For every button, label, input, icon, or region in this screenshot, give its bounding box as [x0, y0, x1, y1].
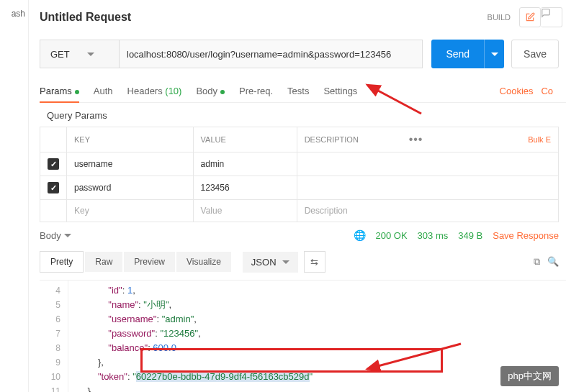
more-icon[interactable]: •••: [409, 133, 423, 146]
response-body-label[interactable]: Body: [40, 230, 61, 241]
checkbox-icon[interactable]: [48, 182, 59, 193]
left-sidebar: ash: [0, 0, 29, 392]
tab-headers[interactable]: Headers (10): [127, 80, 182, 102]
table-row[interactable]: password 123456: [40, 176, 559, 200]
edit-icon[interactable]: [519, 7, 541, 27]
save-button[interactable]: Save: [511, 40, 559, 68]
save-response[interactable]: Save Response: [493, 230, 559, 241]
bulk-edit[interactable]: Bulk E: [528, 135, 551, 144]
params-table: KEY VALUE DESCRIPTION••• Bulk E username…: [40, 127, 559, 222]
table-row[interactable]: username admin: [40, 152, 559, 176]
comment-icon[interactable]: [541, 7, 562, 27]
format-select[interactable]: JSON: [243, 252, 298, 273]
globe-icon[interactable]: 🌐: [354, 229, 366, 241]
send-button[interactable]: Send: [431, 40, 484, 68]
view-preview[interactable]: Preview: [124, 252, 175, 272]
view-raw[interactable]: Raw: [85, 252, 122, 272]
query-params-label: Query Params: [40, 103, 566, 127]
copy-icon[interactable]: ⧉: [534, 256, 540, 268]
request-title: Untitled Request: [40, 11, 488, 24]
table-row-empty[interactable]: Key Value Description: [40, 200, 559, 222]
checkbox-icon[interactable]: [48, 158, 59, 170]
response-time: 303 ms: [418, 230, 449, 241]
status-code: 200 OK: [376, 230, 408, 241]
search-icon[interactable]: 🔍: [547, 256, 559, 268]
tab-params[interactable]: Params: [40, 80, 79, 102]
tab-auth[interactable]: Auth: [94, 80, 113, 102]
table-header: KEY VALUE DESCRIPTION••• Bulk E: [40, 127, 559, 152]
left-tab[interactable]: ash: [12, 9, 25, 19]
watermark: php中文网: [500, 366, 559, 386]
send-dropdown[interactable]: [484, 40, 504, 68]
tab-settings[interactable]: Settings: [323, 80, 357, 102]
build-label[interactable]: BUILD: [488, 13, 511, 22]
view-pretty[interactable]: Pretty: [40, 251, 84, 273]
tab-prereq[interactable]: Pre-req.: [239, 80, 273, 102]
method-select[interactable]: GET: [40, 40, 119, 68]
tab-tests[interactable]: Tests: [287, 80, 309, 102]
url-input[interactable]: [119, 40, 423, 68]
cookies-link[interactable]: Cookies Co: [500, 86, 559, 96]
response-body[interactable]: 4567891011 "id": 1, "name": "小明", "usern…: [40, 280, 566, 392]
view-visualize[interactable]: Visualize: [176, 252, 231, 272]
wrap-icon[interactable]: ⇆: [304, 251, 325, 273]
response-size: 349 B: [458, 230, 482, 241]
tab-body[interactable]: Body: [196, 80, 225, 102]
